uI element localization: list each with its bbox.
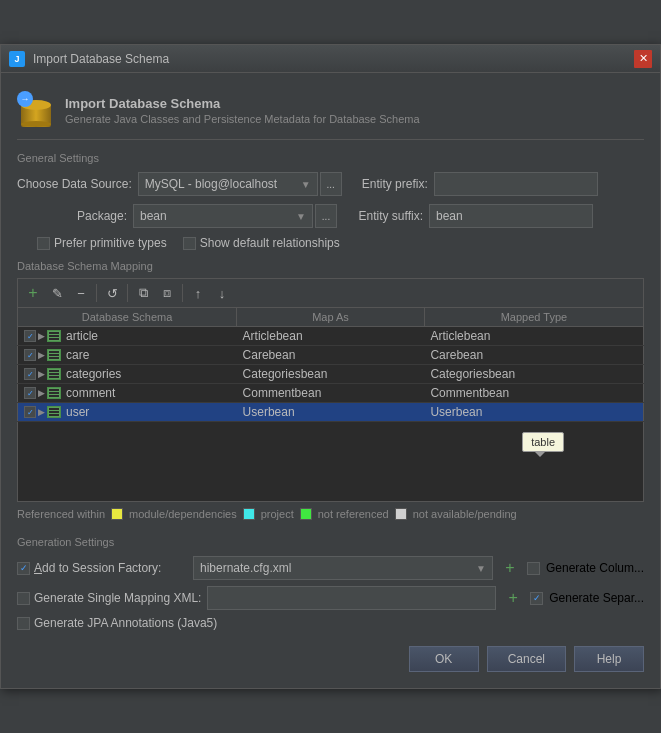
ok-button[interactable]: OK [409, 646, 479, 672]
move-up-button[interactable]: ↑ [187, 282, 209, 304]
prefer-primitive-checkbox[interactable] [37, 237, 50, 250]
row-expand-icon[interactable]: ▶ [38, 388, 45, 398]
schema-cell: ▶ care [18, 346, 237, 365]
row-expand-icon[interactable]: ▶ [38, 369, 45, 379]
schema-name: user [66, 405, 89, 419]
generate-separ-label: Generate Separ... [549, 591, 644, 605]
schema-name: care [66, 348, 89, 362]
data-source-combo-wrapper: MySQL - blog@localhost ▼ ... [138, 172, 342, 196]
close-button[interactable]: ✕ [634, 50, 652, 68]
table-icon [47, 406, 61, 418]
move-down-button[interactable]: ↓ [211, 282, 233, 304]
general-settings-label: General Settings [17, 152, 644, 164]
session-factory-add-button[interactable]: + [499, 557, 521, 579]
package-value: bean [140, 209, 167, 223]
generation-section-label: Generation Settings [17, 536, 644, 548]
single-mapping-input[interactable] [207, 586, 496, 610]
package-label: Package: [17, 209, 127, 223]
package-combo[interactable]: bean ▼ [133, 204, 313, 228]
row-checkbox[interactable] [24, 330, 36, 342]
mapping-table: Database Schema Map As Mapped Type ▶ art… [17, 307, 644, 422]
schema-cell: ▶ user [18, 403, 237, 422]
row-expand-icon[interactable]: ▶ [38, 331, 45, 341]
map-as-cell: Carebean [237, 346, 425, 365]
map-as-cell: Userbean [237, 403, 425, 422]
cancel-button[interactable]: Cancel [487, 646, 566, 672]
show-default-checkbox[interactable] [183, 237, 196, 250]
jpa-row: Generate JPA Annotations (Java5) [17, 616, 644, 630]
refresh-button[interactable]: ↺ [101, 282, 123, 304]
legend-module-label: module/dependencies [129, 508, 237, 520]
session-factory-row: Add to Session Factory: hibernate.cfg.xm… [17, 556, 644, 580]
mapped-type-cell: Commentbean [424, 384, 643, 403]
session-factory-combo-arrow: ▼ [476, 563, 486, 574]
table-icon [47, 368, 61, 380]
entity-prefix-label: Entity prefix: [348, 177, 428, 191]
cylinder-shape [21, 105, 51, 127]
data-source-value: MySQL - blog@localhost [145, 177, 277, 191]
paste-button[interactable]: ⧈ [156, 282, 178, 304]
entity-suffix-input[interactable] [429, 204, 593, 228]
generate-column-checkbox[interactable] [527, 562, 540, 575]
row-checkbox[interactable] [24, 387, 36, 399]
schema-name: comment [66, 386, 115, 400]
entity-prefix-input[interactable] [434, 172, 598, 196]
row-expand-icon[interactable]: ▶ [38, 350, 45, 360]
col-database-schema: Database Schema [18, 308, 237, 327]
data-source-ellipsis-button[interactable]: ... [320, 172, 342, 196]
col-map-as: Map As [237, 308, 425, 327]
legend-not-referenced-label: not referenced [318, 508, 389, 520]
button-row: OK Cancel Help [17, 636, 644, 676]
mapped-type-cell: Carebean [424, 346, 643, 365]
table-icon [47, 387, 61, 399]
jpa-checkbox-item: Generate JPA Annotations (Java5) [17, 616, 217, 630]
table-row[interactable]: ▶ user UserbeanUserbean [18, 403, 644, 422]
title-bar: J Import Database Schema ✕ [1, 45, 660, 73]
remove-button[interactable]: − [70, 282, 92, 304]
row-checkbox[interactable] [24, 406, 36, 418]
table-row[interactable]: ▶ article ArticlebeanArticlebean [18, 327, 644, 346]
table-icon [47, 349, 61, 361]
schema-name: categories [66, 367, 121, 381]
package-ellipsis-button[interactable]: ... [315, 204, 337, 228]
mapped-type-cell: Articlebean [424, 327, 643, 346]
jpa-checkbox[interactable] [17, 617, 30, 630]
row-checkbox[interactable] [24, 349, 36, 361]
copy-button[interactable]: ⧉ [132, 282, 154, 304]
schema-cell: ▶ comment [18, 384, 237, 403]
checkbox-row: Prefer primitive types Show default rela… [17, 236, 644, 250]
package-row: Package: bean ▼ ... Entity suffix: [17, 204, 644, 228]
add-button[interactable]: + [22, 282, 44, 304]
prefer-primitive-label: Prefer primitive types [54, 236, 167, 250]
single-mapping-checkbox[interactable] [17, 592, 30, 605]
table-row[interactable]: ▶ categories CategoriesbeanCategoriesbea… [18, 365, 644, 384]
legend-project-box [243, 508, 255, 520]
session-factory-checkbox-item: Add to Session Factory: [17, 561, 187, 575]
dialog-body: → Import Database Schema Generate Java C… [1, 73, 660, 688]
header-title: Import Database Schema [65, 96, 420, 111]
row-checkbox[interactable] [24, 368, 36, 380]
arrow-badge: → [17, 91, 33, 107]
generate-separ-checkbox[interactable] [530, 592, 543, 605]
app-logo: J [9, 51, 25, 67]
map-as-cell: Categoriesbean [237, 365, 425, 384]
mapped-type-cell: Categoriesbean [424, 365, 643, 384]
table-row[interactable]: ▶ comment CommentbeanCommentbean [18, 384, 644, 403]
mapping-section-label: Database Schema Mapping [17, 260, 644, 272]
single-mapping-add-button[interactable]: + [502, 587, 524, 609]
schema-cell: ▶ article [18, 327, 237, 346]
map-as-cell: Articlebean [237, 327, 425, 346]
package-combo-arrow-icon: ▼ [296, 211, 306, 222]
session-factory-checkbox[interactable] [17, 562, 30, 575]
single-mapping-label: Generate Single Mapping XML: [34, 591, 201, 605]
table-row[interactable]: ▶ care CarebeanCarebean [18, 346, 644, 365]
row-expand-icon[interactable]: ▶ [38, 407, 45, 417]
show-default-label: Show default relationships [200, 236, 340, 250]
tooltip-container: table [522, 432, 564, 452]
edit-button[interactable]: ✎ [46, 282, 68, 304]
help-button[interactable]: Help [574, 646, 644, 672]
data-source-combo[interactable]: MySQL - blog@localhost ▼ [138, 172, 318, 196]
single-mapping-row: Generate Single Mapping XML: + Generate … [17, 586, 644, 610]
session-factory-combo[interactable]: hibernate.cfg.xml ▼ [193, 556, 493, 580]
header-subtitle: Generate Java Classes and Persistence Me… [65, 113, 420, 125]
